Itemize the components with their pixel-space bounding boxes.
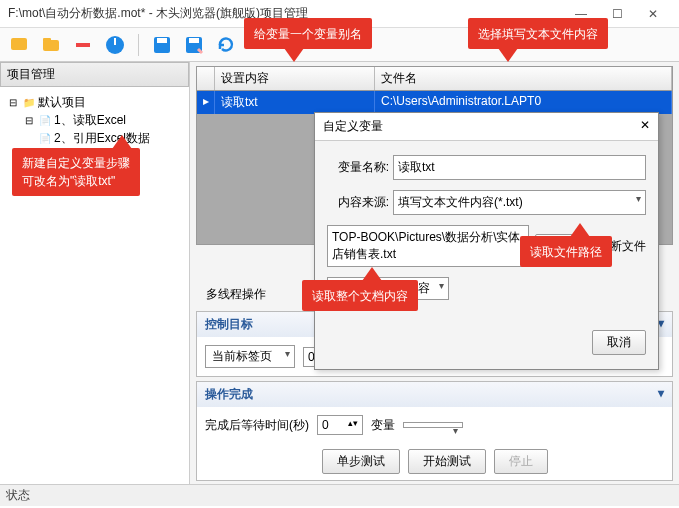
tree-node[interactable]: 📄 2、引用Excel数据 xyxy=(4,129,185,147)
var-name-input[interactable]: 读取txt xyxy=(393,155,646,180)
svg-rect-0 xyxy=(11,38,27,50)
var-name-label: 变量名称: xyxy=(327,159,389,176)
status-bar: 状态 xyxy=(0,484,679,506)
dialog-title: 自定义变量 xyxy=(323,118,383,135)
operation-done-section: 操作完成 ▾ 完成后等待时间(秒) 0 ▴▾ 变量 单步测试 开始测试 停止 xyxy=(196,381,673,481)
done-buttons: 单步测试 开始测试 停止 xyxy=(197,443,672,480)
collapse-icon[interactable]: ⊟ xyxy=(6,95,20,109)
left-panel: 项目管理 ⊟ 📁 默认项目 ⊟ 📄 1、读取Excel 📄 2、引用Excel数… xyxy=(0,62,190,484)
tree-label: 1、读取Excel xyxy=(54,112,126,129)
content-source-label: 内容来源: xyxy=(327,194,389,211)
power-icon[interactable] xyxy=(102,32,128,58)
callout-path: 读取文件路径 xyxy=(520,236,612,267)
wait-label: 完成后等待时间(秒) xyxy=(205,417,309,434)
dialog-buttons: 取消 xyxy=(327,330,646,355)
var-label: 变量 xyxy=(371,417,395,434)
chevron-down-icon[interactable]: ▾ xyxy=(658,386,664,403)
grid-col[interactable]: 设置内容 xyxy=(215,67,375,90)
section-body: 完成后等待时间(秒) 0 ▴▾ 变量 xyxy=(197,407,672,443)
close-button[interactable]: ✕ xyxy=(635,0,671,28)
callout-readall: 读取整个文档内容 xyxy=(302,280,418,311)
svg-rect-2 xyxy=(43,38,51,42)
start-test-button[interactable]: 开始测试 xyxy=(408,449,486,474)
tree-label: 默认项目 xyxy=(38,94,86,111)
svg-rect-7 xyxy=(157,38,167,43)
grid-corner xyxy=(197,67,215,90)
callout-source: 选择填写文本文件内容 xyxy=(468,18,608,49)
section-title: 控制目标 xyxy=(205,316,253,333)
var-name-field: 变量名称: 读取txt xyxy=(327,155,646,180)
grid-row-selected[interactable]: ▸ 读取txt C:\Users\Administrator.LAPT0 xyxy=(197,91,672,114)
tree-label: 2、引用Excel数据 xyxy=(54,130,150,147)
project-tree[interactable]: ⊟ 📁 默认项目 ⊟ 📄 1、读取Excel 📄 2、引用Excel数据 📄 3… xyxy=(0,87,189,484)
callout-newstep: 新建自定义变量步骤 可改名为"读取txt" xyxy=(12,148,140,196)
callout-alias: 给变量一个变量别名 xyxy=(244,18,372,49)
file-icon: 📄 xyxy=(38,131,52,145)
folder-icon: 📁 xyxy=(22,95,36,109)
grid-cell[interactable]: 读取txt xyxy=(215,91,375,114)
target-select[interactable]: 当前标签页 xyxy=(205,345,295,368)
var-select[interactable] xyxy=(403,422,463,428)
file-icon: 📄 xyxy=(38,113,52,127)
left-panel-header: 项目管理 xyxy=(0,62,189,87)
dialog-close-icon[interactable]: ✕ xyxy=(640,118,650,135)
separator xyxy=(138,34,139,56)
cancel-button[interactable]: 取消 xyxy=(592,330,646,355)
save-icon[interactable] xyxy=(149,32,175,58)
svg-rect-3 xyxy=(76,43,90,47)
stop-button[interactable]: 停止 xyxy=(494,449,548,474)
collapse-icon[interactable]: ⊟ xyxy=(22,113,36,127)
content-source-select[interactable]: 填写文本文件内容(*.txt) xyxy=(393,190,646,215)
grid-cell[interactable]: C:\Users\Administrator.LAPT0 xyxy=(375,91,672,114)
content-source-field: 内容来源: 填写文本文件内容(*.txt) xyxy=(327,190,646,215)
open-icon[interactable] xyxy=(38,32,64,58)
grid-col[interactable]: 文件名 xyxy=(375,67,672,90)
row-marker: ▸ xyxy=(197,91,215,114)
tree-root[interactable]: ⊟ 📁 默认项目 xyxy=(4,93,185,111)
svg-rect-9 xyxy=(189,38,199,43)
new-icon[interactable] xyxy=(6,32,32,58)
delete-icon[interactable] xyxy=(70,32,96,58)
dialog-titlebar[interactable]: 自定义变量 ✕ xyxy=(315,113,658,141)
file-path-input[interactable]: TOP-BOOK\Pictures\数据分析\实体店销售表.txt xyxy=(327,225,529,267)
wait-seconds-input[interactable]: 0 ▴▾ xyxy=(317,415,363,435)
section-title: 操作完成 xyxy=(205,386,253,403)
multithread-label: 多线程操作 xyxy=(206,286,266,303)
refresh-icon[interactable] xyxy=(213,32,239,58)
grid-header: 设置内容 文件名 xyxy=(197,67,672,91)
section-header[interactable]: 操作完成 ▾ xyxy=(197,382,672,407)
svg-rect-5 xyxy=(114,38,116,45)
step-test-button[interactable]: 单步测试 xyxy=(322,449,400,474)
save-as-icon[interactable] xyxy=(181,32,207,58)
tree-node[interactable]: ⊟ 📄 1、读取Excel xyxy=(4,111,185,129)
